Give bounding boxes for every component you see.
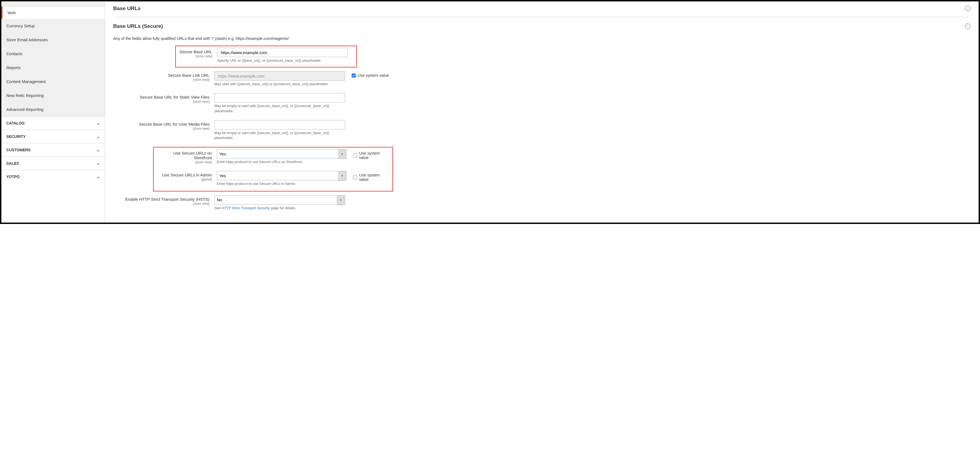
field-help: Enter https protocol to use Secure URLs … [217, 181, 347, 186]
section-description: Any of the fields allow fully qualified … [113, 36, 970, 41]
secure-base-static-input[interactable] [215, 93, 345, 102]
sidebar-group-label: YOTPO [6, 174, 20, 179]
field-scope: [store view] [178, 54, 212, 59]
sidebar-group-customers[interactable]: CUSTOMERS⌄ [2, 143, 105, 157]
field-label: Use Secure URLs on Storefront [173, 151, 212, 160]
field-scope: [store view] [113, 201, 210, 206]
collapse-down-icon: ⌄ [965, 6, 970, 11]
use-secure-admin-select[interactable]: Yes [217, 171, 347, 180]
sidebar-item-new-relic[interactable]: New Relic Reporting [2, 89, 105, 102]
field-label: Enable HTTP Strict Transport Security (H… [125, 197, 210, 201]
sidebar-item-content-management[interactable]: Content Management [2, 74, 105, 89]
field-help: May start with {{secure_base_url}} or {{… [215, 82, 345, 87]
field-scope: [store view] [113, 100, 210, 104]
section-title: Base URLs (Secure) [113, 23, 163, 29]
chevron-down-icon: ⌄ [97, 161, 100, 165]
field-label: Use Secure URLs in Admin [162, 173, 212, 177]
use-system-value-checkbox[interactable] [353, 175, 357, 179]
secure-base-link-url-input [215, 71, 345, 81]
use-system-value-checkbox[interactable] [353, 154, 357, 158]
secure-base-media-input[interactable] [215, 120, 345, 130]
hsts-link[interactable]: HTTP Strict Transport Security [222, 206, 270, 210]
use-system-value-checkbox[interactable] [352, 73, 356, 78]
sidebar: Web Currency Setup Store Email Addresses… [2, 2, 105, 223]
sidebar-group-label: CATALOG [6, 121, 25, 125]
section-base-urls-secure[interactable]: Base URLs (Secure) ⌃ [113, 17, 970, 34]
highlight-secure-base-url: Secure Base URL [store view] Specify URL… [175, 46, 357, 67]
sidebar-group-catalog[interactable]: CATALOG⌄ [2, 116, 105, 130]
field-label: Secure Base Link URL [168, 73, 210, 78]
sidebar-item-advanced-reporting[interactable]: Advanced Reporting [2, 102, 105, 116]
field-scope: [store view] [156, 160, 212, 165]
secure-base-url-input[interactable] [217, 48, 348, 57]
field-scope: [global] [156, 177, 212, 182]
sidebar-top-gap [2, 2, 105, 6]
field-help: May be empty or start with {{secure_base… [215, 130, 345, 140]
sidebar-sub: Currency Setup Store Email Addresses Con… [2, 19, 105, 116]
chevron-down-icon: ⌄ [97, 148, 100, 152]
chevron-down-icon: ⌄ [97, 174, 100, 179]
field-label: Secure Base URL for User Media Files [139, 122, 210, 127]
sidebar-item-store-email[interactable]: Store Email Addresses [2, 33, 105, 47]
use-system-value-label: Use system value [358, 73, 389, 78]
use-secure-storefront-select[interactable]: Yes [217, 149, 347, 158]
field-help: May be empty or start with {{secure_base… [215, 103, 345, 113]
chevron-down-icon: ⌄ [97, 135, 100, 139]
sidebar-group-label: SALES [6, 161, 19, 165]
sidebar-group-yotpo[interactable]: YOTPO⌄ [2, 170, 105, 183]
sidebar-item-currency-setup[interactable]: Currency Setup [2, 19, 105, 33]
field-scope: [store view] [113, 127, 210, 131]
field-label: Secure Base URL for Static View Files [140, 95, 210, 100]
collapse-up-icon: ⌃ [965, 24, 970, 29]
sidebar-group-label: SECURITY [6, 135, 26, 139]
section-title: Base URLs [113, 5, 140, 11]
highlight-use-secure-urls: Use Secure URLs on Storefront [store vie… [153, 147, 393, 191]
sidebar-group-sales[interactable]: SALES⌄ [2, 157, 105, 170]
section-base-urls[interactable]: Base URLs ⌄ [113, 2, 970, 17]
content: Base URLs ⌄ Base URLs (Secure) ⌃ Any of … [105, 2, 978, 223]
sidebar-group-security[interactable]: SECURITY⌄ [2, 130, 105, 143]
sidebar-item-web[interactable]: Web [2, 6, 105, 19]
use-system-value-label: Use system value [359, 151, 390, 160]
field-help: Specify URL or {{base_url}}, or {{unsecu… [217, 58, 348, 63]
use-system-value-label: Use system value [359, 173, 390, 182]
field-label: Secure Base URL [180, 49, 212, 54]
chevron-down-icon: ⌄ [97, 121, 100, 125]
field-help: See HTTP Strict Transport Security page … [215, 206, 345, 211]
field-help: Enter https protocol to use Secure URLs … [217, 160, 347, 165]
hsts-select[interactable]: No [215, 195, 345, 204]
sidebar-group-label: CUSTOMERS [6, 148, 30, 152]
sidebar-item-reports[interactable]: Reports [2, 61, 105, 74]
sidebar-item-contacts[interactable]: Contacts [2, 47, 105, 61]
field-scope: [store view] [113, 78, 210, 82]
